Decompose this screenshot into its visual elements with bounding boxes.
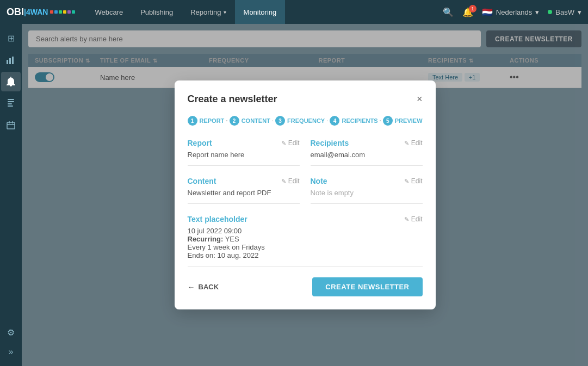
step-label-report: REPORT xyxy=(200,117,225,124)
sidebar-icon-home[interactable]: ⊞ xyxy=(1,28,21,48)
svg-rect-5 xyxy=(8,103,12,104)
search-icon[interactable]: 🔍 xyxy=(443,7,454,17)
content-section-header: Content ✎ Edit xyxy=(188,177,300,185)
sidebar-bottom: ⚙ » xyxy=(1,322,21,362)
ends-label: Ends on: xyxy=(188,251,215,259)
modal-grid: Report ✎ Edit Report name here Recipient… xyxy=(188,139,423,204)
note-edit-button[interactable]: ✎ Edit xyxy=(404,177,423,185)
ends-value: 10 aug. 2022 xyxy=(217,251,258,259)
svg-rect-3 xyxy=(8,99,14,100)
recurring-value: YES xyxy=(225,235,239,243)
note-section: Note ✎ Edit Note is empty xyxy=(311,177,423,204)
content-section: Content ✎ Edit Newsletter and report PDF xyxy=(188,177,300,204)
stepper: 1 REPORT 2 CONTENT 3 FREQUENCY 4 RECIPIE… xyxy=(188,116,423,126)
step-recipients[interactable]: 4 RECIPIENTS xyxy=(330,116,377,126)
step-content[interactable]: 2 CONTENT xyxy=(230,116,270,126)
language-selector[interactable]: 🇳🇱 Nederlands ▾ xyxy=(482,7,540,17)
logo-4wan: |4WAN xyxy=(24,8,48,16)
report-edit-button[interactable]: ✎ Edit xyxy=(281,139,300,147)
bell-badge: 1 xyxy=(469,5,476,13)
content-value: Newsletter and report PDF xyxy=(188,189,300,197)
language-chevron-icon: ▾ xyxy=(535,8,539,16)
content-section-title: Content xyxy=(188,177,216,185)
modal-overlay: Create a newsletter × 1 REPORT 2 CONTENT… xyxy=(22,24,588,366)
language-label: Nederlands xyxy=(496,8,533,16)
text-placeholder-recurring: Recurring: YES xyxy=(188,235,423,243)
edit-icon: ✎ xyxy=(404,216,409,223)
step-frequency[interactable]: 3 FREQUENCY xyxy=(275,116,325,126)
back-arrow-icon: ← xyxy=(188,283,195,291)
sidebar-icon-expand[interactable]: » xyxy=(1,342,21,362)
modal-create-newsletter-button[interactable]: CREATE NEWSLETTER xyxy=(312,277,422,296)
note-section-title: Note xyxy=(311,177,327,185)
edit-icon: ✎ xyxy=(281,178,286,185)
username-label: BasW xyxy=(555,8,574,16)
sidebar-icon-calendar[interactable] xyxy=(1,115,21,135)
text-placeholder-schedule: Every 1 week on Fridays xyxy=(188,243,423,251)
report-value: Report name here xyxy=(188,151,300,159)
svg-rect-2 xyxy=(12,57,14,64)
step-connector xyxy=(327,120,327,121)
edit-icon: ✎ xyxy=(281,140,286,147)
user-chevron-icon: ▾ xyxy=(578,8,581,16)
nav-item-reporting[interactable]: Reporting ▾ xyxy=(182,0,234,24)
nav-items: Webcare Publishing Reporting ▾ Monitorin… xyxy=(86,0,442,24)
step-report[interactable]: 1 REPORT xyxy=(188,116,225,126)
step-circle-5: 5 xyxy=(383,116,393,126)
create-newsletter-modal: Create a newsletter × 1 REPORT 2 CONTENT… xyxy=(175,80,436,309)
sidebar-icon-alerts[interactable] xyxy=(1,72,21,91)
text-placeholder-header: Text placeholder ✎ Edit xyxy=(188,215,423,224)
step-circle-3: 3 xyxy=(275,116,285,126)
back-button[interactable]: ← BACK xyxy=(188,283,219,291)
step-label-frequency: FREQUENCY xyxy=(287,117,325,124)
note-section-header: Note ✎ Edit xyxy=(311,177,423,185)
flag-icon: 🇳🇱 xyxy=(482,7,493,17)
svg-rect-1 xyxy=(9,58,11,64)
reporting-chevron-icon: ▾ xyxy=(224,9,226,15)
report-section-title: Report xyxy=(188,139,212,147)
bell-icon[interactable]: 🔔 1 xyxy=(462,7,473,17)
recipients-section: Recipients ✎ Edit email@emai.com xyxy=(311,139,423,166)
recipients-section-header: Recipients ✎ Edit xyxy=(311,139,423,147)
step-label-recipients: RECIPIENTS xyxy=(342,117,377,124)
sidebar-icon-chart[interactable] xyxy=(1,50,21,70)
sidebar-icon-settings[interactable]: ⚙ xyxy=(1,322,21,342)
svg-rect-7 xyxy=(7,122,15,129)
logo-dots xyxy=(50,10,75,14)
text-placeholder-edit-button[interactable]: ✎ Edit xyxy=(404,215,423,223)
step-preview[interactable]: 5 PREVIEW xyxy=(383,116,423,126)
modal-footer: ← BACK CREATE NEWSLETTER xyxy=(188,277,423,296)
step-connector xyxy=(273,120,273,121)
user-menu[interactable]: BasW ▾ xyxy=(548,8,581,16)
step-label-content: CONTENT xyxy=(242,117,270,124)
modal-header: Create a newsletter × xyxy=(188,94,423,105)
sidebar-icon-reports[interactable] xyxy=(1,94,21,113)
step-circle-4: 4 xyxy=(330,116,339,126)
content-edit-button[interactable]: ✎ Edit xyxy=(281,177,300,185)
text-placeholder-date: 10 jul 2022 09:00 xyxy=(188,227,423,235)
step-label-preview: PREVIEW xyxy=(395,117,423,124)
step-circle-1: 1 xyxy=(188,116,197,126)
sidebar: ⊞ ⚙ » xyxy=(0,24,22,366)
recurring-label: Recurring: xyxy=(188,235,224,243)
modal-close-button[interactable]: × xyxy=(417,94,423,105)
nav-item-publishing[interactable]: Publishing xyxy=(132,0,182,24)
step-circle-2: 2 xyxy=(230,116,239,126)
modal-title: Create a newsletter xyxy=(188,94,277,105)
note-value: Note is empty xyxy=(311,189,423,197)
edit-icon: ✎ xyxy=(404,178,409,185)
recipients-edit-button[interactable]: ✎ Edit xyxy=(404,139,423,147)
top-navigation: OBI |4WAN Webcare Publishing Reporting ▾… xyxy=(0,0,588,24)
report-section-header: Report ✎ Edit xyxy=(188,139,300,147)
online-status-icon xyxy=(548,10,552,14)
nav-item-webcare[interactable]: Webcare xyxy=(86,0,132,24)
nav-right: 🔍 🔔 1 🇳🇱 Nederlands ▾ BasW ▾ xyxy=(443,7,581,17)
step-connector xyxy=(226,120,227,121)
logo[interactable]: OBI |4WAN xyxy=(7,7,75,18)
nav-item-monitoring[interactable]: Monitoring xyxy=(235,0,286,24)
svg-rect-4 xyxy=(8,101,14,102)
logo-obi: OBI xyxy=(7,7,24,18)
edit-icon: ✎ xyxy=(404,140,409,147)
svg-rect-6 xyxy=(8,106,13,107)
recipients-section-title: Recipients xyxy=(311,139,349,147)
